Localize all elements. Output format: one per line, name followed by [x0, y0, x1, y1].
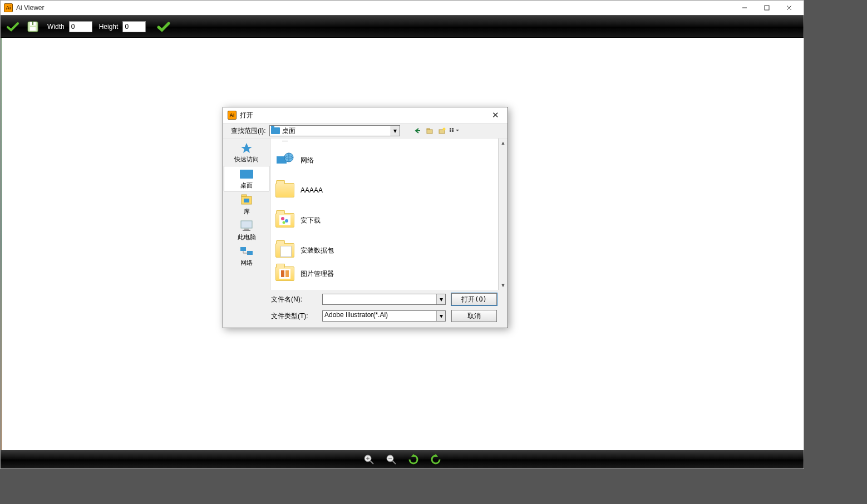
svg-rect-6	[30, 27, 36, 31]
scroll-up-icon[interactable]: ▲	[501, 140, 506, 146]
rotate-left-icon[interactable]	[407, 453, 420, 466]
width-label: Width	[47, 23, 65, 31]
zoom-out-icon[interactable]	[385, 453, 397, 466]
file-row[interactable]: 图片管理器	[270, 265, 498, 282]
computer-icon	[239, 220, 254, 232]
look-in-label: 查找范围(I):	[231, 126, 266, 136]
height-input[interactable]	[122, 21, 146, 32]
svg-rect-19	[450, 128, 451, 130]
svg-rect-22	[452, 130, 454, 132]
new-folder-icon[interactable]	[437, 126, 447, 136]
bottom-bar	[1, 450, 804, 468]
file-row-partial	[270, 141, 498, 145]
svg-rect-26	[244, 199, 249, 202]
places-bar: 快速访问 桌面 库 此电脑 网络	[223, 139, 270, 290]
file-list[interactable]: 网络 AAAAA 安下载 安装数据包 图片管理器	[270, 139, 498, 290]
back-icon[interactable]	[412, 126, 422, 136]
filetype-label: 文件类型(T):	[271, 312, 317, 321]
svg-rect-44	[285, 270, 289, 277]
svg-line-12	[392, 461, 396, 464]
file-label: 安装数据包	[301, 246, 334, 255]
dialog-close-button[interactable]: ✕	[487, 110, 503, 120]
app-title: Ai Viewer	[16, 4, 733, 12]
nav-icons	[412, 126, 459, 136]
minimize-button[interactable]	[733, 1, 756, 14]
look-in-row: 查找范围(I): 桌面 ▾	[223, 123, 508, 139]
svg-rect-28	[244, 229, 249, 230]
file-list-wrap: 网络 AAAAA 安下载 安装数据包 图片管理器	[270, 139, 508, 290]
libraries-icon	[239, 194, 254, 206]
look-in-value: 桌面	[282, 126, 295, 136]
svg-rect-20	[452, 128, 454, 130]
file-row[interactable]: 安下载	[270, 205, 498, 235]
filename-input[interactable]: ▾	[322, 294, 446, 305]
dialog-title-bar: Ai 打开 ✕	[223, 107, 508, 123]
svg-rect-43	[281, 270, 284, 277]
open-icon[interactable]	[5, 19, 21, 34]
close-button[interactable]	[778, 1, 800, 14]
open-button[interactable]: 打开(O)	[451, 293, 497, 305]
app-icon: Ai	[4, 3, 13, 12]
zoom-in-icon[interactable]	[363, 453, 375, 466]
svg-rect-35	[282, 141, 288, 141]
chevron-down-icon: ▾	[436, 311, 445, 321]
file-row[interactable]: 安装数据包	[270, 235, 498, 265]
filename-label: 文件名(N):	[271, 295, 317, 304]
folder-open-icon	[275, 240, 295, 260]
chevron-down-icon: ▾	[436, 294, 445, 304]
file-label: AAAAA	[301, 186, 323, 194]
svg-rect-38	[279, 215, 290, 225]
svg-point-18	[442, 128, 445, 131]
folder-icon	[275, 180, 295, 200]
star-icon	[239, 142, 254, 154]
svg-rect-21	[450, 130, 451, 132]
view-mode-icon[interactable]	[449, 126, 459, 136]
file-label: 安下载	[301, 216, 321, 225]
title-bar: Ai Ai Viewer	[1, 1, 804, 15]
filetype-combo[interactable]: Adobe Illustrator(*.Ai) ▾	[322, 310, 446, 322]
monitor-icon	[275, 141, 295, 145]
svg-point-40	[285, 219, 288, 223]
svg-point-41	[283, 221, 285, 224]
toolbar: Width Height	[1, 15, 804, 38]
save-icon[interactable]	[25, 19, 41, 34]
file-label: 图片管理器	[301, 269, 334, 279]
dialog-app-icon: Ai	[228, 111, 237, 120]
up-icon[interactable]	[425, 126, 435, 136]
cancel-button[interactable]: 取消	[451, 310, 497, 322]
svg-rect-27	[241, 221, 252, 228]
file-open-dialog: Ai 打开 ✕ 查找范围(I): 桌面 ▾ 快速访问 桌面	[223, 107, 508, 328]
width-input[interactable]	[69, 21, 92, 32]
file-row[interactable]: 网络	[270, 145, 498, 175]
rotate-right-icon[interactable]	[430, 453, 442, 466]
chevron-down-icon: ▾	[391, 126, 400, 136]
folder-icon	[275, 210, 295, 230]
folder-icon	[271, 127, 280, 134]
scroll-down-icon[interactable]: ▼	[501, 283, 506, 288]
look-in-combo[interactable]: 桌面 ▾	[269, 125, 400, 136]
dialog-footer: 文件名(N): ▾ 打开(O) 文件类型(T): Adobe Illustrat…	[223, 290, 508, 328]
height-label: Height	[99, 23, 119, 31]
maximize-button[interactable]	[756, 1, 778, 14]
file-row[interactable]: AAAAA	[270, 175, 498, 205]
svg-line-8	[370, 461, 373, 464]
svg-rect-29	[243, 230, 250, 231]
dialog-title: 打开	[240, 111, 487, 120]
svg-point-39	[281, 217, 284, 220]
file-label: 网络	[301, 156, 314, 165]
apply-icon[interactable]	[156, 19, 171, 34]
place-desktop[interactable]: 桌面	[224, 166, 269, 191]
desktop-icon	[239, 168, 254, 180]
place-libraries[interactable]: 库	[223, 192, 270, 218]
dialog-body: 快速访问 桌面 库 此电脑 网络	[223, 139, 508, 290]
svg-rect-30	[240, 247, 246, 251]
svg-rect-23	[240, 170, 253, 179]
folder-icon	[275, 264, 295, 284]
scrollbar[interactable]: ▲ ▼	[498, 139, 508, 290]
place-this-pc[interactable]: 此电脑	[223, 218, 270, 243]
network-icon	[239, 245, 254, 258]
place-quick-access[interactable]: 快速访问	[223, 140, 270, 165]
svg-rect-1	[765, 6, 769, 10]
svg-rect-15	[427, 130, 432, 134]
place-network[interactable]: 网络	[223, 243, 270, 269]
